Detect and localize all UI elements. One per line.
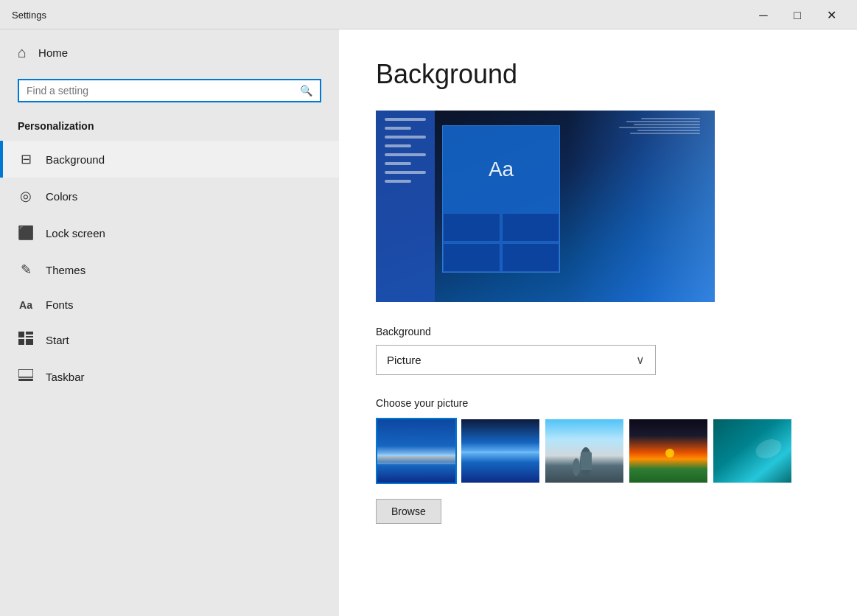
svg-rect-7 [377,419,457,484]
maximize-button[interactable]: □ [780,4,814,27]
colors-icon: ◎ [18,188,34,204]
window-controls: ─ □ ✕ [746,4,848,27]
browse-button[interactable]: Browse [376,499,441,524]
sidebar-item-fonts[interactable]: Aa Fonts [0,288,339,321]
svg-rect-1 [26,332,33,335]
panel-bar-1 [385,118,426,121]
panel-bar-5 [385,153,426,156]
background-icon: ⊟ [18,151,34,167]
preview-center-panel: Aa [442,125,560,273]
nav-label-colors: Colors [46,190,77,203]
svg-rect-8 [377,455,457,455]
thumb-img-2 [461,419,539,483]
close-button[interactable]: ✕ [814,4,848,27]
search-box[interactable]: 🔍 [18,79,321,102]
sub-panel-4 [502,243,559,272]
picture-thumb-1[interactable] [376,418,457,484]
info-line-3 [634,124,700,125]
info-line-1 [641,118,700,119]
picture-grid [376,418,820,484]
search-icon: 🔍 [300,85,312,97]
info-line-2 [626,121,700,122]
app-title: Settings [12,10,46,21]
themes-icon: ✎ [18,262,34,278]
sidebar-item-taskbar[interactable]: Taskbar [0,359,339,395]
thumb-img-1 [377,419,455,483]
thumb-img-5 [713,419,791,483]
panel-bar-4 [385,144,411,147]
svg-rect-6 [18,379,33,381]
app-body: ⌂ Home 🔍 Personalization ⊟ Background ◎ … [0,29,857,616]
nav-label-fonts: Fonts [46,298,74,311]
panel-bar-6 [385,162,411,165]
thumb-img-4 [629,419,707,483]
svg-point-12 [580,447,592,477]
panel-bar-7 [385,171,426,174]
svg-rect-0 [18,332,24,337]
content-area: Background Aa [339,29,857,616]
home-label: Home [38,46,68,59]
sidebar-item-colors[interactable]: ◎ Colors [0,178,339,214]
sub-panel-3 [443,243,500,272]
svg-rect-3 [18,339,24,345]
svg-rect-16 [713,419,793,484]
lockscreen-icon: ⬛ [18,225,34,241]
svg-rect-5 [18,369,33,377]
choose-picture-label: Choose your picture [376,397,820,409]
svg-rect-2 [26,336,33,337]
sidebar-item-start[interactable]: Start [0,321,339,359]
svg-rect-4 [26,339,33,345]
sidebar-item-background[interactable]: ⊟ Background [0,141,339,178]
info-line-5 [637,130,700,131]
picture-thumb-5[interactable] [712,418,793,484]
picture-thumb-3[interactable] [544,418,625,484]
thumb-img-3 [545,419,623,483]
start-icon [18,332,34,349]
sidebar-item-lockscreen[interactable]: ⬛ Lock screen [0,214,339,251]
dropdown-value: Picture [387,354,421,366]
win-preview-image: Aa [376,111,715,302]
preview-right-glow [567,111,715,302]
info-line-4 [619,127,700,128]
picture-thumb-4[interactable] [628,418,709,484]
sidebar: ⌂ Home 🔍 Personalization ⊟ Background ◎ … [0,29,339,616]
picture-thumb-2[interactable] [460,418,541,484]
taskbar-icon [18,369,34,385]
chevron-down-icon: ∨ [636,353,645,367]
preview-sys-info [619,118,700,134]
nav-label-themes: Themes [46,264,85,276]
preview-left-panel [376,111,435,302]
panel-bar-2 [385,127,411,130]
sidebar-item-themes[interactable]: ✎ Themes [0,251,339,288]
nav-label-taskbar: Taskbar [46,371,85,383]
background-dropdown[interactable]: Picture ∨ [376,345,656,375]
home-icon: ⌂ [18,44,27,61]
background-field-label: Background [376,326,820,337]
nav-label-background: Background [46,153,105,166]
search-input[interactable] [27,85,300,97]
background-preview: Aa [376,111,715,302]
svg-rect-10 [461,452,541,452]
fonts-icon: Aa [18,299,34,311]
nav-label-start: Start [46,334,69,346]
nav-label-lockscreen: Lock screen [46,227,105,239]
preview-sub-panels [443,213,559,272]
sub-panel-1 [443,213,500,242]
panel-bar-3 [385,136,426,139]
info-line-6 [630,133,700,134]
sub-panel-2 [502,213,559,242]
svg-point-15 [665,449,674,458]
section-header: Personalization [0,114,339,141]
minimize-button[interactable]: ─ [746,4,780,27]
panel-bar-8 [385,180,411,183]
info-lines [619,118,700,134]
svg-point-13 [573,458,580,476]
title-bar: Settings ─ □ ✕ [0,0,857,29]
page-title: Background [376,59,820,90]
preview-aa-text: Aa [443,126,559,213]
sidebar-item-home[interactable]: ⌂ Home [0,29,339,76]
